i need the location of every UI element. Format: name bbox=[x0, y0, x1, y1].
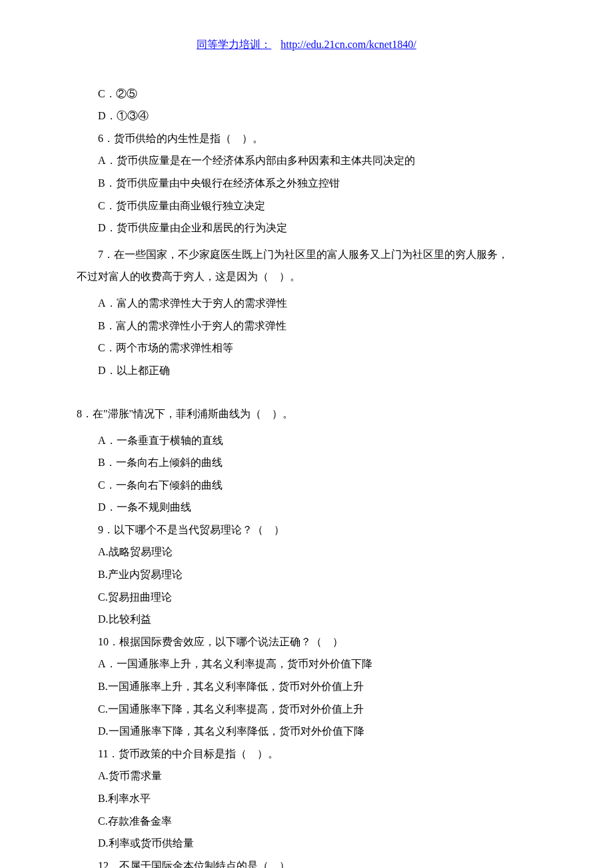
text-line: 11．货币政策的中介目标是指（ ）。 bbox=[77, 743, 536, 765]
text-line: C．两个市场的需求弹性相等 bbox=[77, 337, 536, 359]
text-block: A．一条垂直于横轴的直线B．一条向右上倾斜的曲线C．一条向右下倾斜的曲线D．一条… bbox=[77, 429, 536, 869]
text-line: C．②⑤ bbox=[77, 83, 536, 105]
text-block: A．富人的需求弹性大于穷人的需求弹性B．富人的需求弹性小于穷人的需求弹性C．两个… bbox=[77, 292, 536, 381]
text-line: B.利率水平 bbox=[77, 787, 536, 810]
text-line: 6．货币供给的内生性是指（ ）。 bbox=[77, 127, 536, 150]
text-line: D.利率或货币供给量 bbox=[77, 832, 536, 855]
text-line: 8．在"滞胀"情况下，菲利浦斯曲线为（ ）。 bbox=[77, 403, 536, 425]
text-line: A．一国通胀率上升，其名义利率提高，货币对外价值下降 bbox=[77, 653, 536, 675]
text-line: D．货币供应量由企业和居民的行为决定 bbox=[77, 217, 536, 239]
text-line: A．一条垂直于横轴的直线 bbox=[77, 429, 536, 452]
text-line: D.比较利益 bbox=[77, 608, 536, 631]
text-line: A．货币供应量是在一个经济体系内部由多种因素和主体共同决定的 bbox=[77, 149, 536, 172]
text-line: A.战略贸易理论 bbox=[77, 541, 536, 563]
text-line: 7．在一些国家，不少家庭医生既上门为社区里的富人服务又上门为社区里的穷人服务， bbox=[77, 243, 536, 266]
text-line: B．富人的需求弹性小于穷人的需求弹性 bbox=[77, 315, 536, 337]
text-block: C．②⑤D．①③④6．货币供给的内生性是指（ ）。A．货币供应量是在一个经济体系… bbox=[77, 83, 536, 239]
text-line: B．货币供应量由中央银行在经济体系之外独立控钳 bbox=[77, 172, 536, 195]
text-line: 9．以下哪个不是当代贸易理论？（ ） bbox=[77, 519, 536, 541]
document-content: C．②⑤D．①③④6．货币供给的内生性是指（ ）。A．货币供应量是在一个经济体系… bbox=[77, 83, 536, 868]
text-line: C.存款准备金率 bbox=[77, 810, 536, 833]
text-line: 不过对富人的收费高于穷人，这是因为（ ）。 bbox=[77, 265, 536, 288]
text-line: A．富人的需求弹性大于穷人的需求弹性 bbox=[77, 292, 536, 315]
text-line: D．①③④ bbox=[77, 105, 536, 127]
page-header: 同等学力培训： http://edu.21cn.com/kcnet1840/ bbox=[77, 33, 536, 56]
text-line: B．一条向右上倾斜的曲线 bbox=[77, 451, 536, 474]
question-block: 7．在一些国家，不少家庭医生既上门为社区里的富人服务又上门为社区里的穷人服务，不… bbox=[77, 243, 536, 288]
text-line: 12．不属于国际金本位制特点的是（ ）。 bbox=[77, 855, 536, 868]
spacer bbox=[77, 385, 536, 403]
text-line: A.货币需求量 bbox=[77, 765, 536, 787]
text-line: C.一国通胀率下降，其名义利率提高，货币对外价值上升 bbox=[77, 698, 536, 721]
header-training-link[interactable]: 同等学力培训： bbox=[197, 39, 271, 50]
text-line: 10．根据国际费舍效应，以下哪个说法正确？（ ） bbox=[77, 631, 536, 653]
text-line: B.一国通胀率上升，其名义利率降低，货币对外价值上升 bbox=[77, 675, 536, 698]
text-line: D．一条不规则曲线 bbox=[77, 496, 536, 519]
text-line: D．以上都正确 bbox=[77, 359, 536, 382]
text-line: C.贸易扭曲理论 bbox=[77, 586, 536, 609]
header-url-link[interactable]: http://edu.21cn.com/kcnet1840/ bbox=[281, 39, 416, 50]
text-line: B.产业内贸易理论 bbox=[77, 563, 536, 586]
text-line: D.一国通胀率下降，其名义利率降低，货币对外价值下降 bbox=[77, 720, 536, 743]
text-block: 8．在"滞胀"情况下，菲利浦斯曲线为（ ）。 bbox=[77, 403, 536, 425]
text-line: C．一条向右下倾斜的曲线 bbox=[77, 474, 536, 497]
text-line: C．货币供应量由商业银行独立决定 bbox=[77, 195, 536, 217]
